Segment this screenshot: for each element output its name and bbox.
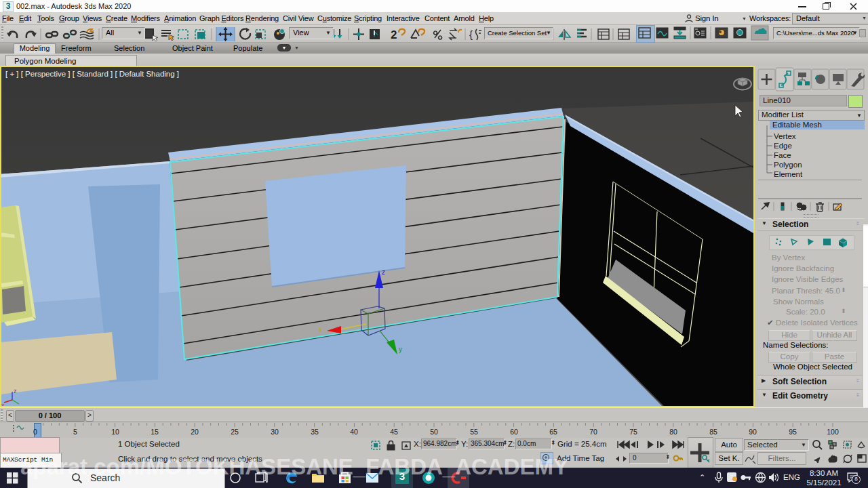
svg-text:x: x [1, 402, 5, 406]
svg-text:z: z [14, 388, 17, 394]
svg-text:{: { [469, 28, 473, 40]
svg-text:x: x [319, 326, 322, 333]
svg-text:2: 2 [391, 28, 397, 41]
svg-text:y: y [399, 346, 402, 353]
svg-text:z: z [382, 268, 385, 276]
